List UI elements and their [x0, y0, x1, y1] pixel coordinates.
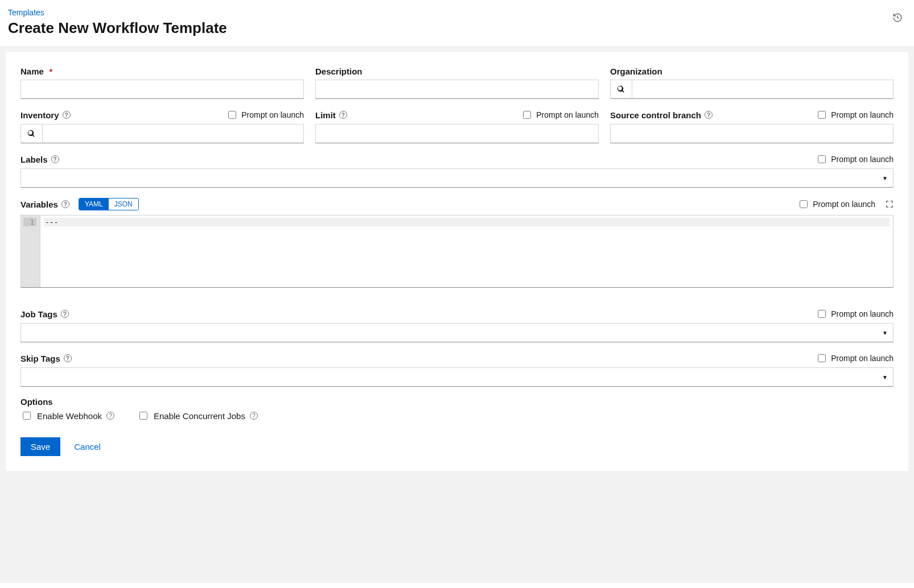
field-skip-tags: Skip Tags ? Prompt on launch ▼	[20, 353, 894, 387]
field-description: Description	[315, 67, 599, 99]
variables-mode-toggle: YAML JSON	[79, 198, 139, 210]
options-label: Options	[20, 397, 53, 407]
organization-lookup-button[interactable]	[610, 80, 632, 99]
skip-tags-select[interactable]	[20, 367, 894, 387]
breadcrumb-templates[interactable]: Templates	[8, 8, 44, 17]
labels-prompt[interactable]: Prompt on launch	[816, 154, 894, 165]
inventory-prompt-checkbox[interactable]	[228, 111, 236, 119]
job-tags-select[interactable]	[20, 323, 894, 342]
field-inventory: Inventory ? Prompt on launch	[20, 109, 304, 143]
inventory-input[interactable]	[42, 124, 304, 143]
help-icon[interactable]: ?	[250, 412, 258, 420]
inventory-lookup-button[interactable]	[20, 124, 42, 143]
enable-concurrent-checkbox[interactable]	[139, 412, 147, 420]
description-input[interactable]	[315, 80, 599, 99]
prompt-label: Prompt on launch	[813, 200, 875, 209]
variables-editor[interactable]: 1 ---	[20, 215, 894, 288]
scm-branch-prompt[interactable]: Prompt on launch	[816, 109, 894, 121]
job-tags-prompt[interactable]: Prompt on launch	[816, 308, 894, 320]
history-icon[interactable]	[892, 13, 903, 23]
prompt-label: Prompt on launch	[831, 309, 894, 318]
limit-label: Limit	[315, 110, 336, 120]
field-labels: Labels ? Prompt on launch ▼	[20, 154, 894, 188]
help-icon[interactable]: ?	[106, 412, 114, 420]
skip-tags-prompt[interactable]: Prompt on launch	[816, 353, 894, 364]
yaml-toggle[interactable]: YAML	[79, 198, 109, 210]
organization-label: Organization	[610, 67, 662, 76]
field-variables: Variables ? YAML JSON Prompt on launch	[20, 198, 894, 288]
scm-branch-input[interactable]	[610, 124, 894, 143]
expand-icon[interactable]	[886, 200, 894, 208]
limit-prompt[interactable]: Prompt on launch	[521, 109, 599, 121]
help-icon[interactable]: ?	[64, 354, 72, 362]
field-scm-branch: Source control branch ? Prompt on launch	[610, 109, 894, 143]
field-name: Name*	[20, 67, 304, 99]
variables-label: Variables	[20, 200, 58, 209]
prompt-label: Prompt on launch	[536, 110, 599, 119]
skip-tags-label: Skip Tags	[20, 354, 60, 363]
help-icon[interactable]: ?	[61, 310, 69, 318]
help-icon[interactable]: ?	[61, 200, 69, 208]
name-input[interactable]	[20, 80, 304, 99]
labels-select[interactable]	[20, 168, 894, 188]
field-job-tags: Job Tags ? Prompt on launch ▼	[20, 308, 894, 342]
json-toggle[interactable]: JSON	[109, 198, 138, 210]
limit-prompt-checkbox[interactable]	[523, 111, 531, 119]
required-indicator: *	[50, 67, 52, 76]
cancel-button[interactable]: Cancel	[72, 437, 103, 456]
field-organization: Organization	[610, 67, 894, 99]
prompt-label: Prompt on launch	[831, 155, 894, 164]
limit-input[interactable]	[315, 124, 599, 143]
editor-body[interactable]: ---	[40, 216, 893, 287]
variables-prompt[interactable]: Prompt on launch	[797, 198, 875, 210]
job-tags-label: Job Tags	[20, 309, 57, 319]
variables-prompt-checkbox[interactable]	[800, 200, 808, 208]
enable-webhook-checkbox[interactable]	[23, 412, 31, 420]
job-tags-prompt-checkbox[interactable]	[818, 310, 826, 318]
field-options: Options Enable Webhook ? Enable Concurre…	[20, 397, 894, 421]
scm-branch-label: Source control branch	[610, 110, 701, 120]
organization-input[interactable]	[632, 80, 894, 99]
inventory-prompt[interactable]: Prompt on launch	[226, 109, 304, 121]
prompt-label: Prompt on launch	[831, 110, 894, 119]
search-icon	[27, 130, 35, 138]
enable-concurrent-option[interactable]: Enable Concurrent Jobs ?	[137, 410, 258, 421]
help-icon[interactable]: ?	[63, 111, 71, 119]
labels-prompt-checkbox[interactable]	[818, 155, 826, 163]
name-label: Name	[20, 67, 44, 76]
page-title: Create New Workflow Template	[8, 19, 227, 37]
help-icon[interactable]: ?	[339, 111, 347, 119]
inventory-label: Inventory	[20, 110, 59, 120]
description-label: Description	[315, 67, 363, 76]
skip-tags-prompt-checkbox[interactable]	[818, 354, 826, 362]
search-icon	[617, 85, 625, 93]
help-icon[interactable]: ?	[51, 155, 59, 163]
enable-concurrent-label: Enable Concurrent Jobs	[154, 411, 245, 421]
field-limit: Limit ? Prompt on launch	[315, 109, 599, 143]
enable-webhook-label: Enable Webhook	[37, 411, 102, 421]
save-button[interactable]: Save	[20, 437, 60, 456]
prompt-label: Prompt on launch	[831, 354, 894, 363]
editor-gutter: 1	[21, 216, 40, 287]
scm-branch-prompt-checkbox[interactable]	[818, 111, 826, 119]
labels-label: Labels	[20, 155, 48, 164]
prompt-label: Prompt on launch	[241, 110, 304, 119]
help-icon[interactable]: ?	[705, 111, 713, 119]
enable-webhook-option[interactable]: Enable Webhook ?	[20, 410, 114, 421]
